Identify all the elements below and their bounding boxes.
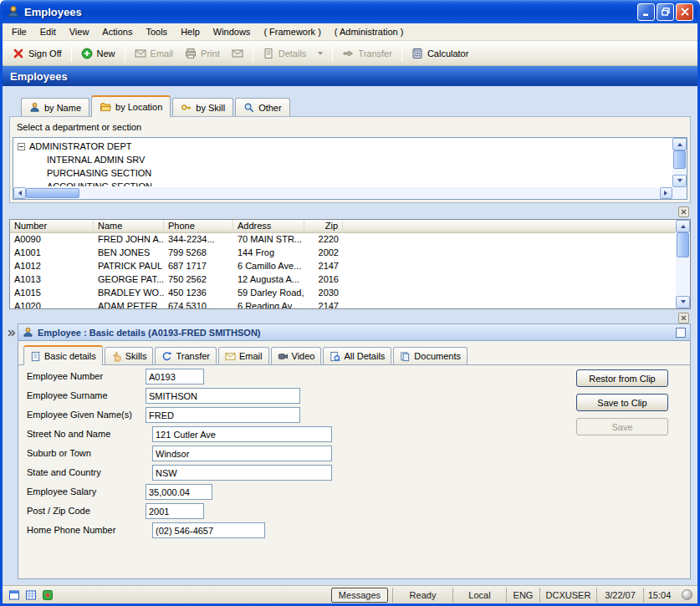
details-dropdown-button[interactable]	[312, 46, 329, 60]
expand-chevron-icon[interactable]	[7, 326, 16, 341]
tab-by-location[interactable]: by Location	[91, 95, 171, 117]
tab-by-name[interactable]: by Name	[21, 98, 89, 116]
tree-item-purchasing-section[interactable]: PURCHASING SECTION	[15, 166, 671, 180]
save-button[interactable]: Save	[576, 418, 668, 435]
scroll-track[interactable]	[676, 232, 690, 296]
menu-file[interactable]: File	[5, 25, 33, 38]
cell-zip[interactable]: 2220	[304, 233, 343, 247]
tab-transfer[interactable]: Transfer	[155, 347, 217, 364]
cell-phone[interactable]: 687 1717	[164, 260, 233, 273]
cell-name[interactable]: PATRICK PAUL	[94, 260, 164, 273]
tab-by-skill[interactable]: by Skill	[172, 98, 233, 116]
scroll-down-button[interactable]	[672, 175, 687, 187]
transfer-button[interactable]: Transfer	[336, 45, 398, 62]
table-vertical-scrollbar[interactable]	[676, 220, 690, 308]
cell-zip[interactable]: 2002	[304, 247, 343, 260]
state-and-country-input[interactable]	[152, 465, 332, 481]
cell-phone[interactable]: 750 2562	[164, 273, 233, 287]
table-row[interactable]: A1013 GEORGE PAT... 750 2562 12 Augusta …	[10, 273, 690, 287]
sign-off-button[interactable]: Sign Off	[7, 45, 68, 62]
cell-name[interactable]: GEORGE PAT...	[94, 273, 164, 287]
cell-phone[interactable]: 450 1236	[164, 287, 233, 300]
send-mail-button[interactable]	[226, 45, 249, 62]
status-window-icon[interactable]	[8, 588, 21, 602]
table-row[interactable]: A1015 BRADLEY WO... 450 1236 59 Darley R…	[10, 287, 690, 300]
cell-number[interactable]: A1013	[10, 273, 94, 287]
tree-panel-close-button[interactable]	[678, 206, 689, 217]
tree-vertical-scrollbar[interactable]	[672, 138, 687, 187]
close-button[interactable]	[676, 3, 693, 21]
cell-zip[interactable]: 2016	[304, 273, 343, 287]
post-zip-code-input[interactable]	[146, 503, 204, 519]
suburb-or-town-input[interactable]	[152, 446, 332, 461]
tab-documents[interactable]: Documents	[393, 347, 468, 364]
cell-address[interactable]: 59 Darley Road,	[233, 287, 304, 300]
table-row[interactable]: A1020 ADAM PETER... 674 5310... 6 Readin…	[10, 300, 690, 309]
cell-number[interactable]: A1012	[10, 260, 94, 273]
restore-from-clip-button[interactable]: Restor from Clip	[576, 369, 668, 387]
scroll-thumb[interactable]	[673, 150, 686, 169]
print-button[interactable]: Print	[179, 45, 226, 62]
tree-item-administrator-dept[interactable]: ADMINISTRATOR DEPT	[15, 140, 671, 153]
scroll-up-button[interactable]	[672, 138, 687, 150]
cell-zip[interactable]: 2147	[304, 300, 343, 309]
save-to-clip-button[interactable]: Save to Clip	[576, 394, 668, 411]
cell-number[interactable]: A1015	[10, 287, 94, 300]
panel-maximize-button[interactable]	[676, 328, 686, 338]
scroll-down-button[interactable]	[676, 296, 690, 308]
column-header-address[interactable]: Address	[233, 220, 304, 233]
tab-other[interactable]: Other	[235, 98, 290, 116]
messages-button[interactable]: Messages	[331, 588, 388, 603]
cell-number[interactable]: A0090	[10, 233, 94, 247]
restore-button[interactable]	[657, 3, 674, 21]
column-header-zip[interactable]: Zip	[304, 220, 343, 233]
menu-help[interactable]: Help	[174, 25, 207, 38]
new-button[interactable]: New	[75, 45, 121, 62]
cell-number[interactable]: A1020	[10, 300, 94, 309]
collapse-expander-icon[interactable]	[18, 143, 25, 150]
employee-salary-input[interactable]	[146, 484, 212, 500]
column-header-name[interactable]: Name	[94, 220, 164, 233]
minimize-button[interactable]	[637, 3, 655, 21]
tree-item-accounting-section[interactable]: ACCOUNTING SECTION	[15, 180, 671, 186]
menu-framework[interactable]: ( Framework )	[257, 25, 327, 38]
menu-edit[interactable]: Edit	[33, 25, 63, 38]
menu-actions[interactable]: Actions	[95, 25, 139, 38]
cell-number[interactable]: A1001	[10, 247, 94, 260]
scroll-track[interactable]	[26, 187, 660, 199]
cell-address[interactable]: 144 Frog	[233, 247, 304, 260]
email-button[interactable]: Email	[129, 45, 180, 62]
menu-view[interactable]: View	[63, 25, 96, 38]
cell-name[interactable]: BEN JONES	[94, 247, 164, 260]
tree-item-internal-admin-srv[interactable]: INTERNAL ADMIN SRV	[15, 153, 671, 166]
cell-phone[interactable]: 799 5268	[164, 247, 233, 260]
tree-horizontal-scrollbar[interactable]	[13, 187, 672, 199]
cell-address[interactable]: 6 Reading Av...	[233, 300, 304, 309]
employee-surname-input[interactable]	[146, 388, 300, 404]
tab-basic-details[interactable]: Basic details	[23, 345, 103, 365]
cell-address[interactable]: 6 Camillo Ave...	[233, 260, 304, 273]
employee-number-input[interactable]	[146, 369, 204, 384]
cell-name[interactable]: BRADLEY WO...	[94, 287, 164, 300]
table-row[interactable]: A0090 FRED JOHN A... 344-2234... 70 MAIN…	[10, 233, 690, 247]
table-row[interactable]: A1001 BEN JONES 799 5268 144 Frog 2002	[10, 247, 690, 260]
street-no-and-name-input[interactable]	[152, 426, 332, 442]
cell-address[interactable]: 70 MAIN STR...	[233, 233, 304, 247]
home-phone-number-input[interactable]	[152, 522, 265, 538]
tab-video[interactable]: Video	[271, 347, 322, 364]
scroll-track[interactable]	[672, 150, 687, 175]
status-grid-icon[interactable]	[24, 588, 38, 602]
cell-address[interactable]: 12 Augusta A...	[233, 273, 304, 287]
tab-email[interactable]: Email	[218, 347, 269, 364]
scroll-thumb[interactable]	[677, 232, 689, 257]
employee-given-names-input[interactable]	[146, 407, 300, 423]
status-log-icon[interactable]	[41, 588, 54, 602]
tab-skills[interactable]: Skills	[105, 347, 154, 364]
menu-windows[interactable]: Windows	[207, 25, 258, 38]
menu-tools[interactable]: Tools	[139, 25, 174, 38]
tab-all-details[interactable]: All Details	[323, 347, 391, 364]
table-row[interactable]: A1012 PATRICK PAUL 687 1717 6 Camillo Av…	[10, 260, 690, 273]
cell-name[interactable]: FRED JOHN A...	[94, 233, 164, 247]
list-panel-close-button[interactable]	[678, 313, 689, 323]
scroll-thumb[interactable]	[26, 188, 79, 198]
